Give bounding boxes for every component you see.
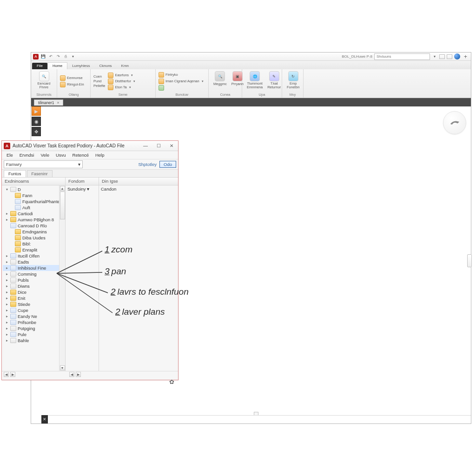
subtab-active[interactable]: Funtos: [4, 170, 26, 177]
expand-toggle-icon[interactable]: ▸: [5, 290, 9, 294]
tree-node[interactable]: ▸Pule: [3, 331, 64, 337]
column-header[interactable]: Fondom: [66, 178, 99, 185]
tree-node[interactable]: ▸Eadts: [3, 259, 64, 265]
tree-node[interactable]: ▸Enit: [3, 295, 64, 301]
tree-node[interactable]: Bibl:: [3, 241, 64, 247]
tree-node[interactable]: ▸Potpging: [3, 325, 64, 331]
subtab-inactive[interactable]: Faseninr: [27, 170, 53, 177]
expand-toggle-icon[interactable]: ▸: [5, 308, 9, 312]
tree-node[interactable]: Emdnganins: [3, 229, 64, 235]
tree-node[interactable]: ▸Eandy Ne: [3, 313, 64, 319]
qat-save-icon[interactable]: 💾: [40, 54, 46, 60]
search-dropdown-icon[interactable]: ▾: [432, 54, 437, 60]
expand-toggle-icon[interactable]: [9, 199, 13, 204]
expand-toggle-icon[interactable]: ▸: [5, 266, 9, 270]
expand-toggle-icon[interactable]: ▸: [5, 212, 9, 216]
right-panel-handle[interactable]: [467, 254, 472, 267]
qat-more-icon[interactable]: ▾: [70, 54, 76, 60]
expand-toggle-icon[interactable]: ▸: [5, 332, 9, 337]
expand-toggle-icon[interactable]: ▸: [5, 218, 9, 222]
toolbar-link[interactable]: Shptotley: [138, 162, 157, 167]
tree-node[interactable]: ▸Itucill Olfen: [3, 253, 64, 259]
tree-node[interactable]: ▸Cupe: [3, 307, 64, 313]
expand-toggle-icon[interactable]: [9, 230, 13, 234]
expand-toggle-icon[interactable]: ▸: [5, 272, 9, 276]
maximize-button[interactable]: ☐: [152, 142, 165, 150]
vbar-wheel-icon[interactable]: ◉: [32, 117, 41, 126]
expand-toggle-icon[interactable]: ▸: [5, 296, 9, 300]
model-tab-corner[interactable]: ✕: [41, 415, 48, 423]
layout-button[interactable]: [439, 54, 445, 59]
minimize-button[interactable]: —: [139, 142, 152, 150]
tree-node[interactable]: Canroad D Rlo: [3, 223, 64, 229]
qat-undo-icon[interactable]: ↶: [48, 54, 53, 60]
expand-toggle-icon[interactable]: ▸: [5, 326, 9, 331]
expand-toggle-icon[interactable]: ▸: [5, 314, 9, 318]
ribbon-item[interactable]: Disttherfor: [108, 79, 135, 84]
go-button[interactable]: Odo: [159, 161, 176, 168]
expand-toggle-icon[interactable]: ▸: [5, 260, 9, 264]
ribbon-item[interactable]: Eennonse: [60, 75, 87, 81]
tree-node[interactable]: ▸Inhibisoul Fine: [3, 265, 64, 271]
ribbon-item[interactable]: Easrfons: [108, 73, 135, 78]
ribbon-item[interactable]: [159, 85, 205, 91]
new-tab-button[interactable]: +: [462, 53, 469, 60]
popup-titlebar[interactable]: A AutoCAD Visver Task Ecapred Podiory - …: [2, 141, 178, 151]
tree-node[interactable]: ▸Comming: [3, 271, 64, 277]
document-tab[interactable]: tilinaner1 ×: [34, 99, 63, 106]
tree-node[interactable]: Fann: [3, 192, 64, 198]
menu-item[interactable]: Help: [93, 152, 107, 159]
menu-item[interactable]: Ervndsi: [17, 152, 37, 159]
ribbon-large-button[interactable]: ↻Emp Fonetbn: [285, 70, 302, 92]
expand-toggle-icon[interactable]: ▾: [5, 187, 9, 192]
tree-node[interactable]: Diba Uudes: [3, 235, 64, 241]
top-search-input[interactable]: [374, 53, 430, 60]
scroll-left-icon[interactable]: ◀: [69, 372, 74, 377]
user-orb-icon[interactable]: [454, 53, 460, 60]
category-combo[interactable]: Famwry▾: [4, 160, 83, 168]
tree-node[interactable]: ▸Bahle: [3, 337, 64, 344]
ribbon-tab-3[interactable]: Cknons: [94, 63, 116, 69]
vertical-scrollbar[interactable]: ▲ ▼: [59, 185, 65, 371]
expand-toggle-icon[interactable]: [5, 224, 9, 228]
expand-toggle-icon[interactable]: ▸: [5, 338, 9, 343]
tree-node[interactable]: ▸Publs: [3, 277, 64, 283]
scroll-right-icon[interactable]: ▶: [76, 372, 81, 377]
column-header[interactable]: Exdninoams: [2, 178, 65, 185]
ribbon-tab-home[interactable]: Home: [47, 62, 67, 69]
right-column-row[interactable]: Candon: [99, 185, 178, 192]
scroll-right-icon[interactable]: ▶: [10, 372, 15, 377]
tree-node[interactable]: ▸Diwns: [3, 283, 64, 289]
gear-icon[interactable]: ✿: [169, 378, 174, 385]
qat-redo-icon[interactable]: ↷: [55, 54, 61, 60]
tree-node[interactable]: ▸Prifsonbe: [3, 319, 64, 325]
ribbon-item[interactable]: Rimgol-Ein: [60, 82, 87, 87]
tree-node[interactable]: ▸Cartiodi: [3, 211, 64, 217]
close-icon[interactable]: ×: [57, 100, 60, 105]
qat-print-icon[interactable]: ⎙: [63, 54, 68, 60]
vbar-pan-icon[interactable]: ✥: [32, 127, 41, 136]
tree-node[interactable]: ▾D: [3, 186, 64, 192]
middle-column-row[interactable]: Sundoiny ▾: [66, 185, 99, 192]
ribbon-large-button[interactable]: 🌐Tlummont Emnmena: [245, 70, 264, 92]
ribbon-item[interactable]: Eton Ta: [108, 85, 135, 90]
scroll-up-icon[interactable]: ▲: [60, 186, 65, 191]
expand-toggle-icon[interactable]: ▸: [5, 284, 9, 288]
menu-item[interactable]: Ele: [4, 152, 16, 159]
ribbon-large-button[interactable]: ✎T:kat Returnor: [265, 70, 283, 92]
expand-toggle-icon[interactable]: [9, 205, 13, 210]
expand-toggle-icon[interactable]: ▸: [5, 302, 9, 306]
tree-node[interactable]: FquarthurialPhante: [3, 198, 64, 205]
tree-node[interactable]: Enraplit: [3, 247, 64, 253]
menu-item[interactable]: Usvu: [53, 152, 69, 159]
ribbon-tab-file[interactable]: File: [32, 63, 47, 69]
expand-toggle-icon[interactable]: [9, 236, 13, 240]
column-header[interactable]: Din Igse: [99, 178, 178, 185]
vbar-start-button[interactable]: ▶: [32, 106, 41, 116]
tree-node[interactable]: ▸Aumwo PBlghon 8: [3, 217, 64, 223]
ribbon-tab-2[interactable]: Lumyhless: [67, 63, 94, 69]
expand-toggle-icon[interactable]: [9, 242, 13, 246]
ribbon-tab-4[interactable]: Kmn: [117, 63, 133, 69]
tree-node[interactable]: Auft: [3, 205, 64, 211]
menu-item[interactable]: Vele: [38, 152, 52, 159]
